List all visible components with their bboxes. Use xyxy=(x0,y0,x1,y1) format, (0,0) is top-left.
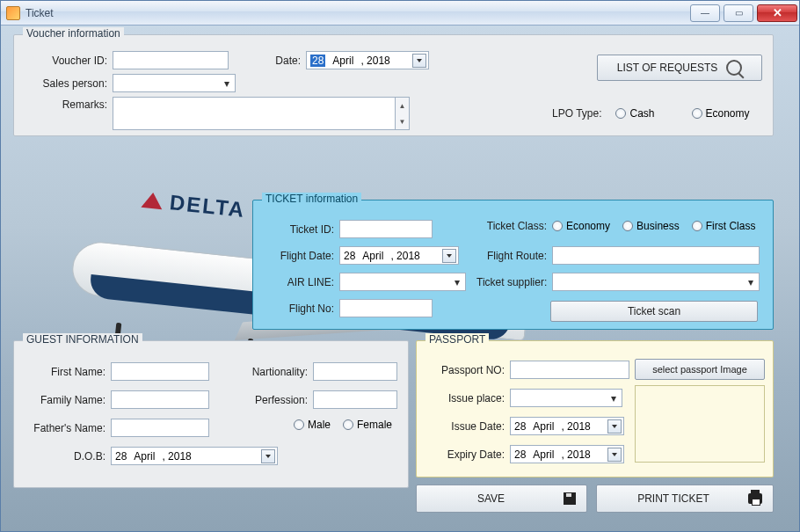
calendar-icon xyxy=(607,448,622,462)
maximize-button[interactable]: ▭ xyxy=(724,4,753,22)
lpo-type-label: LPO Type: xyxy=(552,107,601,120)
profession-input[interactable] xyxy=(313,390,397,409)
ticket-legend: TICKET information xyxy=(262,193,361,205)
first-name-label: First Name: xyxy=(25,366,105,378)
ticket-supplier-combo[interactable]: ▾ xyxy=(552,273,760,291)
voucher-date-picker[interactable]: 28 April 2018 xyxy=(306,51,429,69)
fathers-name-input[interactable] xyxy=(111,419,209,437)
passport-legend: PASSPORT xyxy=(425,333,489,346)
date-day: 28 xyxy=(310,55,325,67)
issue-place-combo[interactable]: ▾ xyxy=(510,389,622,407)
airline-label: AIR LINE: xyxy=(265,276,334,288)
lpo-economy-radio[interactable]: Economy xyxy=(692,107,750,120)
issue-date-picker[interactable]: 28 April 2018 xyxy=(510,417,624,435)
chevron-down-icon: ▾ xyxy=(607,390,620,406)
sales-person-combo[interactable]: ▾ xyxy=(113,74,236,92)
list-of-requests-label: LIST OF REQUESTS xyxy=(617,62,717,74)
close-button[interactable]: ✕ xyxy=(757,4,797,22)
voucher-id-input[interactable] xyxy=(113,51,229,69)
gender-female-radio[interactable]: Female xyxy=(343,419,392,431)
remarks-label: Remarks: xyxy=(32,97,107,111)
fathers-name-label: Father's Name: xyxy=(25,422,105,434)
chevron-down-icon: ▾ xyxy=(744,273,757,290)
class-business-radio[interactable]: Business xyxy=(622,220,680,232)
ticket-supplier-label: Ticket supplier: xyxy=(476,276,547,288)
ticket-groupbox: TICKET information Ticket ID: Flight Dat… xyxy=(252,200,774,330)
calendar-icon xyxy=(412,54,426,68)
class-first-radio[interactable]: First Class xyxy=(692,220,756,232)
list-of-requests-button[interactable]: LIST OF REQUESTS xyxy=(597,55,762,81)
date-year: 2018 xyxy=(360,55,389,67)
remarks-textarea[interactable] xyxy=(113,97,396,130)
ticket-scan-button[interactable]: Ticket scan xyxy=(550,301,758,322)
passport-groupbox: PASSPORT Passport NO: select passport Im… xyxy=(416,340,774,477)
dob-date-picker[interactable]: 28 April 2018 xyxy=(111,447,278,465)
sales-person-label: Sales person: xyxy=(32,77,107,90)
first-name-input[interactable] xyxy=(111,362,209,381)
titlebar: Ticket — ▭ ✕ xyxy=(1,1,799,26)
family-name-input[interactable] xyxy=(111,390,209,409)
form-body: DELTA Voucher information Voucher ID: Sa… xyxy=(1,26,799,531)
issue-date-label: Issue Date: xyxy=(425,420,505,433)
voucher-legend: Voucher information xyxy=(23,27,124,40)
gender-male-radio[interactable]: Male xyxy=(294,419,331,431)
ticket-id-label: Ticket ID: xyxy=(265,223,334,236)
save-button[interactable]: SAVE xyxy=(416,485,587,513)
remarks-spin[interactable]: ▲▼ xyxy=(396,97,410,130)
lpo-cash-radio[interactable]: Cash xyxy=(615,107,654,120)
expiry-date-label: Expiry Date: xyxy=(425,448,505,461)
voucher-groupbox: Voucher information Voucher ID: Sales pe… xyxy=(13,34,774,136)
date-month: April xyxy=(332,55,353,67)
calendar-icon xyxy=(607,419,622,434)
print-ticket-button[interactable]: PRINT TICKET xyxy=(596,485,774,513)
calendar-icon xyxy=(261,449,275,463)
flight-no-label: Flight No: xyxy=(265,302,334,315)
passport-no-label: Passport NO: xyxy=(425,364,505,376)
profession-label: Perfession: xyxy=(241,394,308,406)
nationality-label: Nartionality: xyxy=(241,366,308,378)
window-title: Ticket xyxy=(25,7,54,19)
voucher-id-label: Voucher ID: xyxy=(32,55,107,67)
flight-no-input[interactable] xyxy=(339,299,433,317)
app-icon xyxy=(6,6,20,20)
window: Ticket — ▭ ✕ DELTA Voucher information V… xyxy=(0,0,800,532)
airline-combo[interactable]: ▾ xyxy=(339,273,466,291)
passport-image-preview xyxy=(635,385,765,463)
flight-route-label: Flight Route: xyxy=(476,250,547,262)
expiry-date-picker[interactable]: 28 April 2018 xyxy=(510,445,624,463)
minimize-button[interactable]: — xyxy=(690,4,720,22)
printer-icon xyxy=(748,493,762,504)
save-icon xyxy=(564,492,576,505)
select-passport-image-button[interactable]: select passport Image xyxy=(635,359,765,380)
chevron-down-icon: ▾ xyxy=(450,273,463,290)
guest-groupbox: GUEST INFORMATION First Name: Family Nam… xyxy=(13,340,409,488)
issue-place-label: Issue place: xyxy=(425,392,505,404)
family-name-label: Family Name: xyxy=(25,394,105,406)
nationality-input[interactable] xyxy=(313,362,397,381)
flight-date-picker[interactable]: 28 April 2018 xyxy=(339,246,459,265)
dob-label: D.O.B: xyxy=(25,450,105,463)
flight-route-input[interactable] xyxy=(552,246,760,265)
search-icon xyxy=(726,60,742,76)
flight-date-label: Flight Date: xyxy=(265,250,334,262)
voucher-date-label: Date: xyxy=(269,55,301,67)
ticket-class-label: Ticket Class: xyxy=(476,220,547,232)
guest-legend: GUEST INFORMATION xyxy=(23,333,142,346)
airplane-brand: DELTA xyxy=(169,190,247,222)
chevron-down-icon: ▾ xyxy=(220,75,233,91)
calendar-icon xyxy=(442,249,456,263)
ticket-id-input[interactable] xyxy=(339,220,433,238)
class-economy-radio[interactable]: Economy xyxy=(552,220,610,232)
passport-no-input[interactable] xyxy=(510,361,629,379)
